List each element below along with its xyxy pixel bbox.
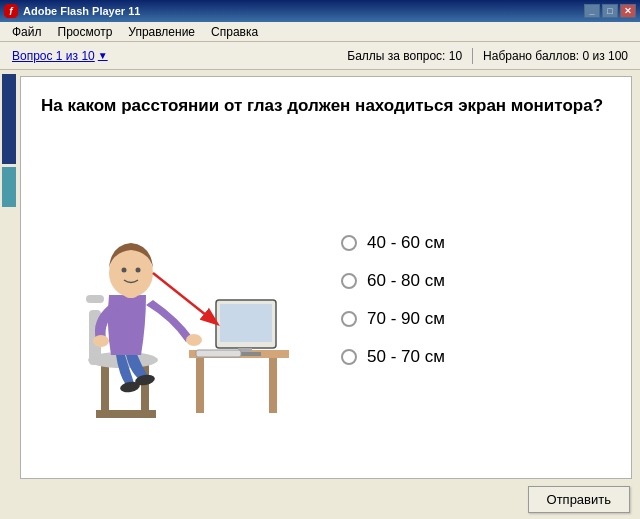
- app-icon: f: [4, 4, 18, 18]
- bottom-bar: Отправить: [18, 479, 640, 519]
- answer-option-2[interactable]: 60 - 80 см: [341, 271, 611, 291]
- app-window: f Adobe Flash Player 11 _ □ ✕ Файл Просм…: [0, 0, 640, 519]
- content-area: На каком расстоянии от глаз должен наход…: [0, 70, 640, 519]
- nav-arrow-icon[interactable]: ▼: [98, 50, 108, 61]
- app-title: Adobe Flash Player 11: [23, 5, 140, 17]
- sidebar-teal-block: [2, 167, 16, 207]
- answers: 40 - 60 см 60 - 80 см 70 - 90 см: [331, 134, 611, 466]
- title-bar-left: f Adobe Flash Player 11: [4, 4, 140, 18]
- quiz-panel: На каком расстоянии от глаз должен наход…: [20, 76, 632, 479]
- answer-label-3: 70 - 90 см: [367, 309, 445, 329]
- sidebar-blue-block: [2, 74, 16, 164]
- radio-3[interactable]: [341, 311, 357, 327]
- svg-point-16: [93, 335, 109, 347]
- svg-point-21: [136, 267, 141, 272]
- svg-rect-13: [196, 350, 241, 357]
- submit-button[interactable]: Отправить: [528, 486, 630, 513]
- quiz-body: 40 - 60 см 60 - 80 см 70 - 90 см: [41, 134, 611, 466]
- menu-view[interactable]: Просмотр: [50, 23, 121, 41]
- menu-bar: Файл Просмотр Управление Справка: [0, 22, 640, 42]
- question-nav[interactable]: Вопрос 1 из 10 ▼: [12, 49, 108, 63]
- svg-rect-7: [196, 358, 204, 413]
- svg-point-20: [122, 267, 127, 272]
- info-bar: Вопрос 1 из 10 ▼ Баллы за вопрос: 10 Наб…: [0, 42, 640, 70]
- answer-label-1: 40 - 60 см: [367, 233, 445, 253]
- svg-rect-2: [96, 410, 156, 418]
- svg-rect-8: [269, 358, 277, 413]
- right-panel: На каком расстоянии от глаз должен наход…: [18, 70, 640, 519]
- points-label: Баллы за вопрос: 10: [347, 49, 462, 63]
- title-bar: f Adobe Flash Player 11 _ □ ✕: [0, 0, 640, 22]
- menu-file[interactable]: Файл: [4, 23, 50, 41]
- illustration: [41, 134, 311, 466]
- svg-rect-0: [101, 365, 109, 415]
- minimize-button[interactable]: _: [584, 4, 600, 18]
- answer-option-4[interactable]: 50 - 70 см: [341, 347, 611, 367]
- close-button[interactable]: ✕: [620, 4, 636, 18]
- menu-control[interactable]: Управление: [120, 23, 203, 41]
- title-controls: _ □ ✕: [584, 4, 636, 18]
- left-sidebar: [0, 70, 18, 519]
- radio-2[interactable]: [341, 273, 357, 289]
- quiz-wrapper: На каком расстоянии от глаз должен наход…: [18, 70, 640, 479]
- svg-rect-10: [220, 304, 272, 342]
- divider: [472, 48, 473, 64]
- illustration-svg: [41, 180, 311, 420]
- radio-4[interactable]: [341, 349, 357, 365]
- answer-option-1[interactable]: 40 - 60 см: [341, 233, 611, 253]
- answer-label-4: 50 - 70 см: [367, 347, 445, 367]
- question-nav-text: Вопрос 1 из 10: [12, 49, 95, 63]
- svg-point-17: [186, 334, 202, 346]
- maximize-button[interactable]: □: [602, 4, 618, 18]
- menu-help[interactable]: Справка: [203, 23, 266, 41]
- answer-label-2: 60 - 80 см: [367, 271, 445, 291]
- total-label: Набрано баллов: 0 из 100: [483, 49, 628, 63]
- answer-option-3[interactable]: 70 - 90 см: [341, 309, 611, 329]
- radio-1[interactable]: [341, 235, 357, 251]
- svg-rect-5: [86, 295, 104, 303]
- question-text: На каком расстоянии от глаз должен наход…: [41, 95, 611, 118]
